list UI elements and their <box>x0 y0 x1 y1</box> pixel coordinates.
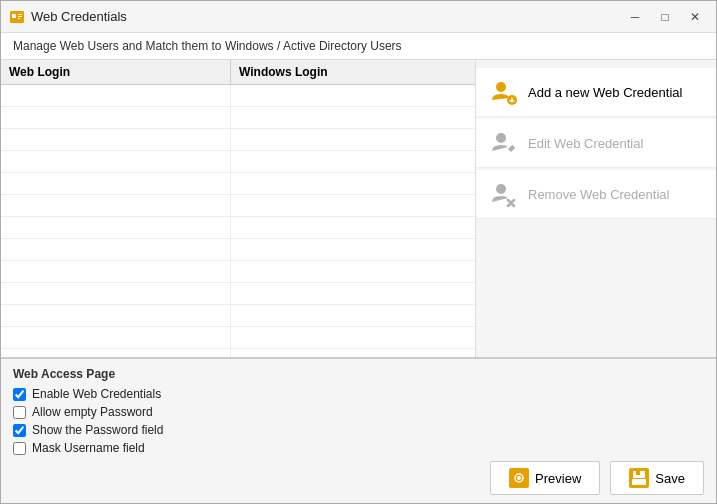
edit-credential-label: Edit Web Credential <box>528 136 643 151</box>
svg-rect-20 <box>632 479 646 485</box>
table-row[interactable] <box>1 349 475 357</box>
cell-windows-login <box>231 349 475 357</box>
credentials-table-panel: Web Login Windows Login <box>1 60 476 357</box>
table-row[interactable] <box>1 283 475 305</box>
cell-windows-login <box>231 173 475 194</box>
cell-web-login <box>1 195 231 216</box>
table-row[interactable] <box>1 173 475 195</box>
add-user-icon <box>490 78 518 106</box>
checkbox-row: Enable Web Credentials <box>13 387 704 401</box>
edit-user-icon <box>490 129 518 157</box>
cell-windows-login <box>231 327 475 348</box>
col-header-windows-login: Windows Login <box>231 60 475 84</box>
svg-point-5 <box>496 82 506 92</box>
cell-windows-login <box>231 239 475 260</box>
table-row[interactable] <box>1 305 475 327</box>
checkbox-row: Allow empty Password <box>13 405 704 419</box>
svg-rect-1 <box>12 14 16 18</box>
checkbox-cb1[interactable] <box>13 388 26 401</box>
web-credentials-window: Web Credentials ─ □ ✕ Manage Web Users a… <box>0 0 717 504</box>
cell-web-login <box>1 239 231 260</box>
table-row[interactable] <box>1 195 475 217</box>
window-controls: ─ □ ✕ <box>622 7 708 27</box>
app-icon <box>9 9 25 25</box>
checkbox-row: Mask Username field <box>13 441 704 455</box>
subtitle-text: Manage Web Users and Match them to Windo… <box>13 39 402 53</box>
table-row[interactable] <box>1 239 475 261</box>
svg-rect-4 <box>18 18 20 19</box>
checkbox-cb2[interactable] <box>13 406 26 419</box>
table-row[interactable] <box>1 217 475 239</box>
cell-web-login <box>1 85 231 106</box>
cell-web-login <box>1 107 231 128</box>
table-row[interactable] <box>1 261 475 283</box>
checkbox-cb3[interactable] <box>13 424 26 437</box>
save-icon <box>629 468 649 488</box>
remove-credential-button[interactable]: Remove Web Credential <box>476 170 716 219</box>
save-button[interactable]: Save <box>610 461 704 495</box>
svg-point-11 <box>496 184 506 194</box>
table-row[interactable] <box>1 327 475 349</box>
actions-panel: Add a new Web Credential Edit Web Creden… <box>476 60 716 357</box>
cell-windows-login <box>231 85 475 106</box>
checkbox-row: Show the Password field <box>13 423 704 437</box>
cell-windows-login <box>231 195 475 216</box>
cell-web-login <box>1 349 231 357</box>
table-row[interactable] <box>1 107 475 129</box>
title-bar: Web Credentials ─ □ ✕ <box>1 1 716 33</box>
bottom-panel: Web Access Page Enable Web CredentialsAl… <box>1 357 716 503</box>
svg-rect-2 <box>18 14 22 15</box>
save-label: Save <box>655 471 685 486</box>
add-credential-label: Add a new Web Credential <box>528 85 682 100</box>
cell-windows-login <box>231 305 475 326</box>
svg-point-9 <box>496 133 506 143</box>
svg-rect-8 <box>511 98 513 103</box>
maximize-button[interactable]: □ <box>652 7 678 27</box>
checkbox-cb4[interactable] <box>13 442 26 455</box>
subtitle-bar: Manage Web Users and Match them to Windo… <box>1 33 716 60</box>
svg-rect-3 <box>18 16 22 17</box>
table-row[interactable] <box>1 129 475 151</box>
checkbox-label-cb2[interactable]: Allow empty Password <box>32 405 153 419</box>
edit-credential-button[interactable]: Edit Web Credential <box>476 119 716 168</box>
cell-web-login <box>1 151 231 172</box>
cell-windows-login <box>231 261 475 282</box>
checkbox-label-cb3[interactable]: Show the Password field <box>32 423 163 437</box>
table-row[interactable] <box>1 85 475 107</box>
cell-web-login <box>1 173 231 194</box>
checkbox-label-cb4[interactable]: Mask Username field <box>32 441 145 455</box>
remove-credential-label: Remove Web Credential <box>528 187 669 202</box>
cell-web-login <box>1 283 231 304</box>
table-row[interactable] <box>1 151 475 173</box>
cell-windows-login <box>231 283 475 304</box>
preview-icon <box>509 468 529 488</box>
bottom-actions: Preview Save <box>13 461 704 495</box>
cell-windows-login <box>231 217 475 238</box>
window-title: Web Credentials <box>31 9 622 24</box>
preview-button[interactable]: Preview <box>490 461 600 495</box>
checkboxes-container: Enable Web CredentialsAllow empty Passwo… <box>13 387 704 455</box>
cell-windows-login <box>231 129 475 150</box>
preview-label: Preview <box>535 471 581 486</box>
cell-web-login <box>1 217 231 238</box>
minimize-button[interactable]: ─ <box>622 7 648 27</box>
cell-windows-login <box>231 151 475 172</box>
table-body[interactable] <box>1 85 475 357</box>
svg-point-16 <box>517 476 521 480</box>
col-header-web-login: Web Login <box>1 60 231 84</box>
close-button[interactable]: ✕ <box>682 7 708 27</box>
remove-user-icon <box>490 180 518 208</box>
checkbox-label-cb1[interactable]: Enable Web Credentials <box>32 387 161 401</box>
cell-web-login <box>1 129 231 150</box>
bottom-section-title: Web Access Page <box>13 367 704 381</box>
table-header: Web Login Windows Login <box>1 60 475 85</box>
main-content: Web Login Windows Login <box>1 60 716 357</box>
cell-web-login <box>1 261 231 282</box>
cell-web-login <box>1 327 231 348</box>
cell-windows-login <box>231 107 475 128</box>
add-credential-button[interactable]: Add a new Web Credential <box>476 68 716 117</box>
cell-web-login <box>1 305 231 326</box>
svg-rect-19 <box>636 471 640 475</box>
